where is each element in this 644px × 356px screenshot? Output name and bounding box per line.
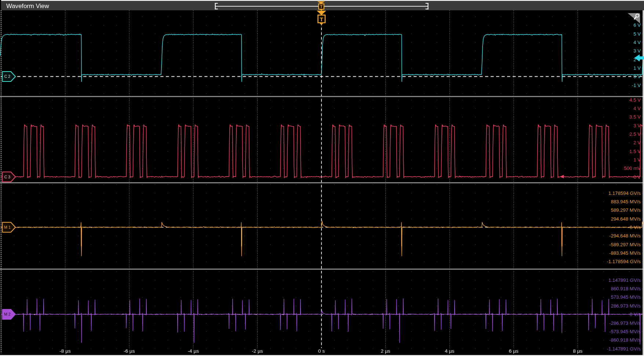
svg-text:6 µs: 6 µs — [509, 348, 519, 354]
svg-text:4 µs: 4 µs — [445, 348, 454, 354]
svg-text:8 µs: 8 µs — [573, 348, 582, 354]
svg-text:294.648 MV/s: 294.648 MV/s — [611, 216, 641, 222]
svg-text:-286.973 MV/s: -286.973 MV/s — [609, 320, 641, 326]
svg-text:-589.297 MV/s: -589.297 MV/s — [609, 242, 641, 247]
svg-text:4 V: 4 V — [633, 106, 641, 111]
svg-text:Waveform View: Waveform View — [6, 3, 49, 10]
svg-text:286.973 MV/s: 286.973 MV/s — [611, 303, 641, 309]
svg-text:6 V: 6 V — [633, 22, 641, 28]
svg-text:-573.945 MV/s: -573.945 MV/s — [609, 329, 641, 334]
svg-text:-1.147891 GV/s: -1.147891 GV/s — [607, 346, 641, 352]
svg-text:2 µs: 2 µs — [381, 348, 390, 354]
svg-text:T: T — [320, 16, 323, 22]
svg-text:5 V: 5 V — [633, 31, 641, 37]
svg-text:1.147891 GV/s: 1.147891 GV/s — [608, 277, 641, 283]
svg-text:M 2: M 2 — [4, 312, 11, 316]
svg-text:-1 V: -1 V — [632, 83, 641, 88]
svg-text:2.5 V: 2.5 V — [629, 131, 641, 137]
svg-text:500 mV: 500 mV — [624, 166, 641, 171]
svg-text:M 1: M 1 — [4, 225, 11, 229]
svg-text:-294.648 MV/s: -294.648 MV/s — [609, 233, 641, 239]
svg-text:883.945 MV/s: 883.945 MV/s — [611, 199, 641, 204]
svg-text:C 2: C 2 — [4, 74, 11, 79]
svg-text:4 V: 4 V — [633, 40, 641, 45]
svg-text:-2 µs: -2 µs — [252, 348, 263, 354]
svg-text:-1.178594 GV/s: -1.178594 GV/s — [607, 259, 641, 264]
svg-text:-8 µs: -8 µs — [59, 348, 71, 354]
svg-text:-883.945 MV/s: -883.945 MV/s — [609, 250, 641, 256]
svg-text:1 V: 1 V — [633, 65, 641, 71]
svg-text:1.178594 GV/s: 1.178594 GV/s — [608, 190, 641, 196]
svg-text:-6 µs: -6 µs — [124, 348, 135, 354]
svg-text:2 V: 2 V — [633, 140, 641, 145]
svg-text:-860.918 MV/s: -860.918 MV/s — [609, 337, 641, 343]
svg-text:573.945 MV/s: 573.945 MV/s — [611, 294, 641, 300]
svg-text:1 V: 1 V — [633, 157, 641, 163]
svg-text:T: T — [320, 4, 323, 9]
svg-text:C 3: C 3 — [4, 175, 11, 179]
svg-text:4.5 V: 4.5 V — [629, 97, 641, 103]
svg-text:860.918 MV/s: 860.918 MV/s — [611, 286, 641, 291]
svg-text:589.297 MV/s: 589.297 MV/s — [611, 207, 641, 213]
svg-text:0 s: 0 s — [318, 348, 325, 354]
svg-text:1.5 V: 1.5 V — [629, 149, 641, 154]
svg-text:-4 µs: -4 µs — [188, 348, 199, 354]
svg-text:3.5 V: 3.5 V — [629, 114, 641, 120]
svg-text:3 V: 3 V — [633, 48, 641, 54]
svg-text:3 V: 3 V — [633, 123, 641, 128]
